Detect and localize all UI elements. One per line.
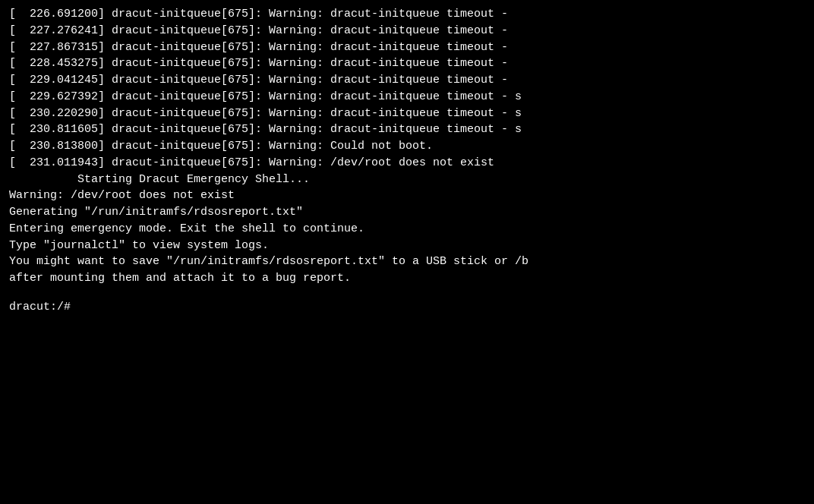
terminal-output: [ 226.691200] dracut-initqueue[675]: War… — [9, 6, 805, 316]
terminal-line: [ 229.627392] dracut-initqueue[675]: War… — [9, 89, 805, 106]
terminal-line: [ 227.867315] dracut-initqueue[675]: War… — [9, 39, 805, 56]
terminal-line: [ 227.276241] dracut-initqueue[675]: War… — [9, 23, 805, 39]
terminal-line: [ 231.011943] dracut-initqueue[675]: War… — [9, 155, 805, 172]
terminal-line: Generating "/run/initramfs/rdsosreport.t… — [9, 204, 805, 221]
terminal-line: after mounting them and attach it to a b… — [9, 270, 805, 287]
terminal-line: You might want to save "/run/initramfs/r… — [9, 254, 805, 270]
terminal-line: [ 229.041245] dracut-initqueue[675]: War… — [9, 72, 805, 89]
terminal-line: [ 228.453275] dracut-initqueue[675]: War… — [9, 55, 805, 72]
terminal-line: [ 230.811605] dracut-initqueue[675]: War… — [9, 121, 805, 138]
terminal-line: [ 226.691200] dracut-initqueue[675]: War… — [9, 6, 805, 23]
terminal-line: [ 230.813800] dracut-initqueue[675]: War… — [9, 138, 805, 155]
terminal-line: Entering emergency mode. Exit the shell … — [9, 221, 805, 238]
terminal-line: Starting Dracut Emergency Shell... — [9, 172, 805, 188]
terminal-line: Warning: /dev/root does not exist — [9, 187, 805, 204]
terminal-line: Type "journalctl" to view system logs. — [9, 238, 805, 254]
terminal-prompt[interactable]: dracut:/# — [9, 299, 805, 316]
terminal-line: [ 230.220290] dracut-initqueue[675]: War… — [9, 106, 805, 122]
